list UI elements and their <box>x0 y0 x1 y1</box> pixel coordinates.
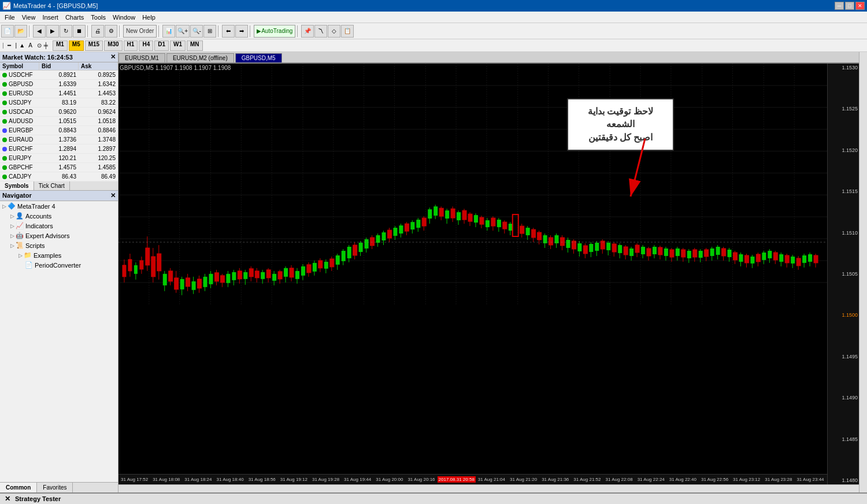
chart-tab-eurusd-m1[interactable]: EURUSD,M1 <box>118 53 165 62</box>
menu-view[interactable]: View <box>18 13 39 22</box>
open-button[interactable]: 📂 <box>14 25 27 38</box>
market-watch-tabs: Symbols Tick Chart <box>0 181 118 191</box>
time-scale: 31 Aug 17:52 31 Aug 18:08 31 Aug 18:24 3… <box>118 474 827 484</box>
print-button[interactable]: 🖨 <box>91 25 104 38</box>
time-11: 2017.08.31 20:58 <box>438 476 476 483</box>
market-watch-row[interactable]: EURAUD 1.3736 1.3748 <box>0 135 118 144</box>
svg-rect-199 <box>606 243 610 250</box>
forward-button[interactable]: ▶ <box>46 25 59 38</box>
period-sep-button[interactable]: ⊞ <box>203 25 216 38</box>
close-button[interactable]: ✕ <box>855 2 865 10</box>
svg-rect-109 <box>342 251 346 261</box>
new-button[interactable]: 📄 <box>1 25 14 38</box>
market-watch-header: Market Watch: 16:24:53 ✕ <box>0 52 118 62</box>
nav-item-examples[interactable]: ▷📁Examples <box>0 250 118 260</box>
chart-scroll-button[interactable]: ⬅ <box>222 25 235 38</box>
chart-tab-gbpusd-m5[interactable]: GBPUSD,M5 <box>235 53 282 62</box>
zoom-out-button[interactable]: 🔍- <box>190 25 203 38</box>
tf-h4[interactable]: H4 <box>139 40 153 51</box>
titlebar-controls: ─ □ ✕ <box>835 2 865 10</box>
menu-window[interactable]: Window <box>109 13 139 22</box>
svg-rect-239 <box>722 249 726 256</box>
market-watch-close[interactable]: ✕ <box>110 53 116 61</box>
properties-button[interactable]: ⚙ <box>105 25 117 38</box>
svg-rect-87 <box>278 272 282 279</box>
right-panel[interactable] <box>859 52 867 492</box>
market-watch-row[interactable]: USDJPY 83.19 83.22 <box>0 98 118 108</box>
templates-button[interactable]: 📋 <box>341 25 354 38</box>
market-watch-row[interactable]: GBPUSD 1.6339 1.6342 <box>0 80 118 89</box>
navigator-close[interactable]: ✕ <box>110 192 116 199</box>
tf-h1[interactable]: H1 <box>124 40 138 51</box>
market-watch-row[interactable]: EURJPY 120.21 120.25 <box>0 154 118 163</box>
nav-item-accounts[interactable]: ▷👤Accounts <box>0 211 118 221</box>
nav-item-expert-advisors[interactable]: ▷🤖Expert Advisors <box>0 231 118 240</box>
menu-tools[interactable]: Tools <box>87 13 109 22</box>
mw-bid: 1.0515 <box>39 117 79 125</box>
svg-rect-41 <box>146 248 150 265</box>
new-order-button[interactable]: New Order <box>123 25 157 38</box>
market-watch-row[interactable]: GBPCHF 1.4575 1.4585 <box>0 163 118 172</box>
nav-item-metatrader-4[interactable]: ▷🔷MetaTrader 4 <box>0 201 118 211</box>
chart-scroll2-button[interactable]: ➡ <box>235 25 248 38</box>
svg-rect-179 <box>549 238 553 245</box>
svg-rect-81 <box>261 272 265 279</box>
nav-item-periodconverter[interactable]: 📄PeriodConverter <box>0 260 118 270</box>
menu-file[interactable]: File <box>1 13 18 22</box>
svg-rect-43 <box>151 257 155 277</box>
chart-new-button[interactable]: 📊 <box>162 25 175 38</box>
refresh-button[interactable]: ↻ <box>60 25 72 38</box>
indicators-button[interactable]: 〽 <box>314 25 327 38</box>
market-watch-row[interactable]: AUDUSD 1.0515 1.0518 <box>0 117 118 126</box>
mw-symbol: USDCHF <box>0 71 39 79</box>
market-watch-row[interactable]: EURGBP 0.8843 0.8846 <box>0 126 118 135</box>
menu-help[interactable]: Help <box>139 13 159 22</box>
mw-ask: 0.8925 <box>79 71 118 79</box>
market-watch-row[interactable]: EURCHF 1.2894 1.2897 <box>0 144 118 154</box>
tf-m5[interactable]: M5 <box>69 40 84 51</box>
menu-insert[interactable]: Insert <box>39 13 62 22</box>
svg-rect-271 <box>814 255 818 263</box>
tab-symbols[interactable]: Symbols <box>0 181 34 190</box>
tf-mn[interactable]: MN <box>187 40 203 51</box>
tf-m15[interactable]: M15 <box>85 40 103 51</box>
time-21: 31 Aug 23:28 <box>762 477 794 482</box>
candles-chart <box>118 64 827 306</box>
time-18: 31 Aug 22:40 <box>667 477 699 482</box>
tab-common[interactable]: Common <box>0 483 37 492</box>
tf-d1[interactable]: D1 <box>154 40 169 51</box>
nav-item-indicators[interactable]: ▷📈Indicators <box>0 221 118 231</box>
svg-rect-191 <box>583 246 587 254</box>
objects-button[interactable]: ◇ <box>328 25 340 38</box>
tab-tick-chart[interactable]: Tick Chart <box>34 181 70 190</box>
back-button[interactable]: ◀ <box>33 25 46 38</box>
svg-rect-115 <box>359 243 363 252</box>
svg-rect-45 <box>157 254 161 271</box>
chart-tab-eurusd-m2[interactable]: EURUSD,M2 (offline) <box>166 53 234 62</box>
market-watch-row[interactable]: USDCHF 0.8921 0.8925 <box>0 71 118 80</box>
time-14: 31 Aug 21:36 <box>539 477 571 482</box>
timeframe-bar: | ━ | ▲ A ⊙ ╪ M1 M5 M15 M30 H1 H4 D1 W1 … <box>0 39 867 52</box>
autotrading-button[interactable]: ▶ AutoTrading <box>254 25 295 38</box>
tf-m1[interactable]: M1 <box>53 40 68 51</box>
st-close-button[interactable]: ✕ <box>5 495 10 503</box>
zoom-in-button[interactable]: 🔍+ <box>176 25 190 38</box>
nav-item-scripts[interactable]: ▷📜Scripts <box>0 240 118 250</box>
tab-favorites[interactable]: Favorites <box>37 483 73 492</box>
tf-w1[interactable]: W1 <box>170 40 186 51</box>
market-watch-col-headers: Symbol Bid Ask <box>0 62 118 71</box>
minimize-button[interactable]: ─ <box>835 2 844 10</box>
market-watch-row[interactable]: CADJPY 86.43 86.49 <box>0 172 118 181</box>
mw-ask: 1.2897 <box>79 145 118 153</box>
time-5: 31 Aug 18:56 <box>246 477 278 482</box>
svg-rect-157 <box>480 217 484 224</box>
chart-scrollbar[interactable] <box>118 484 859 492</box>
market-watch-row[interactable]: EURUSD 1.4451 1.4453 <box>0 89 118 98</box>
svg-rect-247 <box>744 255 749 263</box>
maximize-button[interactable]: □ <box>845 2 854 10</box>
tf-m30[interactable]: M30 <box>104 40 122 51</box>
expert-button[interactable]: 📌 <box>301 25 314 38</box>
market-watch-row[interactable]: USDCAD 0.9620 0.9624 <box>0 108 118 117</box>
menu-charts[interactable]: Charts <box>62 13 87 22</box>
stop-button[interactable]: ⏹ <box>73 25 86 38</box>
